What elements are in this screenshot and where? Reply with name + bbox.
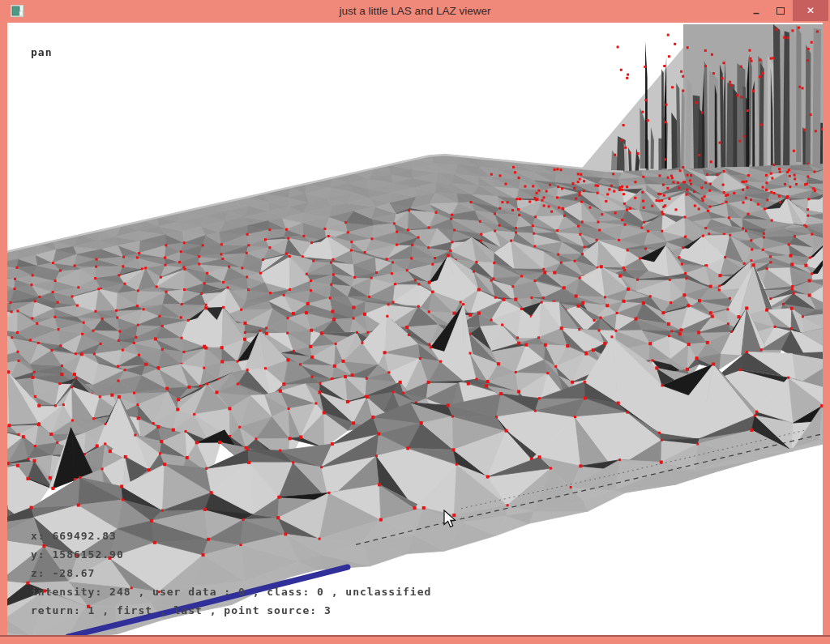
readout-returns: return: 1 , first , last , point source:…: [31, 604, 332, 616]
close-button[interactable]: ✕: [793, 0, 828, 21]
point-cloud-viewport[interactable]: [7, 23, 823, 635]
maximize-icon: [777, 7, 785, 15]
close-icon: ✕: [806, 5, 815, 16]
readout-x: x: 669492.83: [31, 530, 117, 542]
minimize-button[interactable]: –: [744, 0, 768, 21]
readout-y: y: 1586152.90: [31, 548, 124, 561]
viewer-client-area: pan x: 669492.83 y: 1586152.90 z: -28.67…: [7, 23, 823, 635]
readout-z: z: -28.67: [31, 567, 95, 579]
window-controls: – ✕: [744, 0, 828, 21]
mouse-cursor-icon: [443, 510, 457, 529]
window-border-seam: [0, 635, 830, 637]
window-title: just a little LAS and LAZ viewer: [0, 0, 830, 23]
maximize-button[interactable]: [768, 0, 793, 21]
titlebar[interactable]: just a little LAS and LAZ viewer – ✕: [0, 0, 830, 23]
app-window: just a little LAS and LAZ viewer – ✕ pan…: [0, 0, 830, 644]
tool-mode-label: pan: [31, 46, 52, 58]
readout-attributes: intensity: 248 , user data : 0 , class: …: [31, 586, 431, 598]
